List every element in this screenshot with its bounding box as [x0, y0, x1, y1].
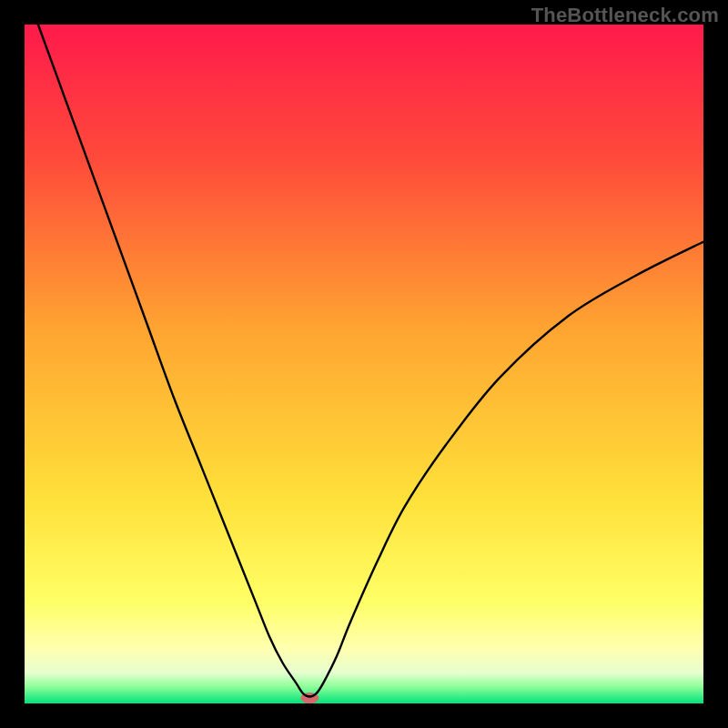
- chart-svg: [25, 25, 703, 703]
- plot-area: [25, 25, 703, 703]
- chart-frame: TheBottleneck.com: [0, 0, 728, 728]
- gradient-background: [25, 25, 703, 703]
